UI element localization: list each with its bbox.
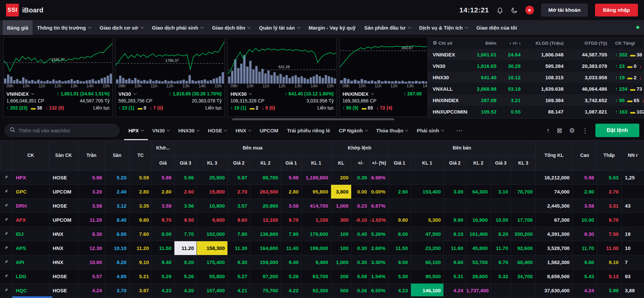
chart-index-selector[interactable]: HNXINDEX xyxy=(342,90,374,97)
nav-item[interactable]: Sản phẩm đầu tư xyxy=(360,20,415,35)
pin-cell[interactable] xyxy=(0,213,12,227)
ssi-logo[interactable]: SSI xyxy=(6,4,19,16)
pin-cell[interactable] xyxy=(0,185,12,199)
ticker-cell[interactable]: DRH xyxy=(12,199,49,213)
nav-item[interactable]: Margin - Vay ký quỹ xyxy=(304,20,360,35)
index-chart-panel: 283.8709h10h11h12h13h14h15hHNXINDEX↑ 287… xyxy=(339,37,427,117)
watchlist-tab[interactable]: UPCOM xyxy=(255,121,283,140)
price-cell: -0.10 xyxy=(352,213,370,227)
price-cell: 9.70 xyxy=(597,213,622,227)
index-volume: 169,383,866 CP xyxy=(342,97,376,104)
chevron-down-icon xyxy=(141,128,144,131)
watchlist-tab[interactable]: HOSE xyxy=(204,121,231,140)
pin-cell[interactable] xyxy=(0,269,12,284)
nav-item[interactable]: Thông tin thị trường xyxy=(33,20,95,35)
gear-icon[interactable]: ⚙ xyxy=(433,40,437,46)
nav-item[interactable]: Quản lý tài sản xyxy=(255,20,304,35)
watchlist-tab[interactable]: HNX xyxy=(231,121,255,140)
login-button[interactable]: Đăng nhập xyxy=(595,4,638,16)
index-klgd: 595.284 xyxy=(523,60,566,72)
scrollbar-thumb[interactable] xyxy=(12,296,52,298)
index-row[interactable]: HNXUPCOMINDEX109.520.5588.1471,087.821↑ … xyxy=(428,106,644,117)
brand: SSI iBoard xyxy=(6,4,43,16)
watchlist-tab[interactable]: CP Ngành xyxy=(334,121,372,140)
bell-icon[interactable] xyxy=(496,7,503,14)
index-klgd: 1,606.048 xyxy=(523,49,566,60)
ticker-cell[interactable]: LDG xyxy=(12,269,49,284)
pin-cell[interactable] xyxy=(0,255,12,269)
rewards-star-icon[interactable]: ★ xyxy=(525,6,534,14)
tab-label: HNX30 xyxy=(178,128,194,133)
pin-cell[interactable] xyxy=(0,227,12,241)
ticker-cell[interactable]: AFX xyxy=(12,213,49,227)
more-tabs-icon[interactable]: ⋯ xyxy=(453,127,466,134)
advance-decline-counts: ↑ 23 (1)▬ 0↓ 7 (0) xyxy=(118,104,163,112)
ticker-cell[interactable]: IDJ xyxy=(12,227,49,241)
index-row[interactable]: VN301,816.6530.28595.28420,383.078↑ 23▬0… xyxy=(428,60,644,72)
gear-icon[interactable]: ⚙ xyxy=(569,127,575,134)
export-icon[interactable]: ⊠ xyxy=(557,127,562,134)
bottom-scrollbar[interactable] xyxy=(0,296,644,298)
watchlist-tab[interactable]: Trái phiếu riêng lẻ xyxy=(283,121,334,140)
open-account-button[interactable]: Mở tài khoản xyxy=(541,4,588,16)
pin-cell[interactable] xyxy=(0,241,12,255)
chart-index-selector[interactable]: VN30 xyxy=(118,90,136,97)
index-row[interactable]: VNINDEX1,661.0124.641,606.04844,587.705↑… xyxy=(428,49,644,60)
watchlist-tab[interactable]: HPX xyxy=(124,121,148,140)
nav-item[interactable]: Giao dịch phái sinh xyxy=(148,20,208,35)
index-change: 53.19 xyxy=(498,83,523,94)
index-row[interactable]: HNX30641.4010.12108.3153,033.958↑ 19▬2↓ xyxy=(428,72,644,83)
price-cell: 5.26% xyxy=(370,227,388,241)
pin-cell[interactable] xyxy=(0,171,12,185)
chevron-down-icon xyxy=(248,128,251,131)
ticker-cell[interactable]: APS xyxy=(12,241,49,255)
pin-cell[interactable] xyxy=(0,199,12,213)
ticker-cell[interactable]: GPC xyxy=(12,185,49,199)
price-cell: 8.30 xyxy=(78,227,105,241)
price-cell: 2,445,300 xyxy=(536,199,573,213)
price-cell: 25,900 xyxy=(197,171,228,185)
charts-horizontal-scrollbar[interactable] xyxy=(232,118,394,120)
next-page-icon[interactable]: › xyxy=(519,41,521,46)
nav-item[interactable]: Giao diện của tôi xyxy=(472,20,521,35)
watchlist-tab[interactable]: HNX30 xyxy=(174,121,203,140)
price-cell: 4.24 xyxy=(573,284,597,298)
chart-index-selector[interactable]: HNX30 xyxy=(230,90,252,97)
ticker-cell[interactable]: API xyxy=(12,255,49,269)
price-cell: 11.50 xyxy=(388,241,411,255)
price-cell: 5.98 xyxy=(281,171,302,185)
price-cell: 1,189,800 xyxy=(302,171,331,185)
watchlist-tab[interactable]: Phái sinh xyxy=(412,121,448,140)
nav-items: Bảng giáThông tin thị trườngGiao dịch cơ… xyxy=(3,20,521,35)
chevron-down-icon xyxy=(201,25,204,29)
price-cell: 3.35 xyxy=(129,199,152,213)
nav-item[interactable]: Dịch vụ & Tiện ích xyxy=(415,20,472,35)
price-cell: 1,100 xyxy=(302,213,331,227)
arrow-up-icon[interactable]: ↑ xyxy=(546,127,550,134)
price-cell: 5.29 xyxy=(152,269,174,284)
ticker-cell[interactable]: HPX xyxy=(12,171,49,185)
ticker-cell[interactable]: HQC xyxy=(12,284,49,298)
chart-index-selector[interactable]: VNINDEX xyxy=(6,90,34,97)
place-order-button[interactable]: Đặt lệnh xyxy=(595,124,639,137)
price-cell: 53,700 xyxy=(466,255,491,269)
price-cell: 5.98 xyxy=(78,171,105,185)
price-cell: 10.00 xyxy=(78,255,105,269)
nav-item[interactable]: Giao dịch tiền xyxy=(208,20,255,35)
index-row[interactable]: VNXALL2,868.9853.191,639.63846,064.486↑ … xyxy=(428,83,644,94)
pin-icon xyxy=(4,175,8,179)
dark-mode-moon-icon[interactable] xyxy=(511,7,518,14)
pin-cell[interactable] xyxy=(0,284,12,298)
search-input[interactable] xyxy=(18,128,114,133)
index-gtgd: 20,383.078 xyxy=(566,60,609,72)
nav-item[interactable]: Bảng giá xyxy=(3,20,33,35)
watchlist-search[interactable] xyxy=(5,124,119,137)
nav-item[interactable]: Giao dịch cơ sở xyxy=(95,20,148,35)
index-gtgd: 3,033.958 xyxy=(566,72,609,83)
prev-page-icon[interactable]: ‹ xyxy=(509,41,511,46)
index-row[interactable]: HNXINDEX287.083.21169.3843,742.652↑ 95▬6… xyxy=(428,94,644,106)
kebab-menu-icon[interactable]: ⋮ xyxy=(582,127,588,134)
watchlist-tab[interactable]: Thỏa thuận xyxy=(372,121,413,140)
index-stats: VN30↑ 1,816.65 (30.28 1.70%)595,283,756 … xyxy=(116,90,224,112)
watchlist-tab[interactable]: VN30 xyxy=(148,121,174,140)
